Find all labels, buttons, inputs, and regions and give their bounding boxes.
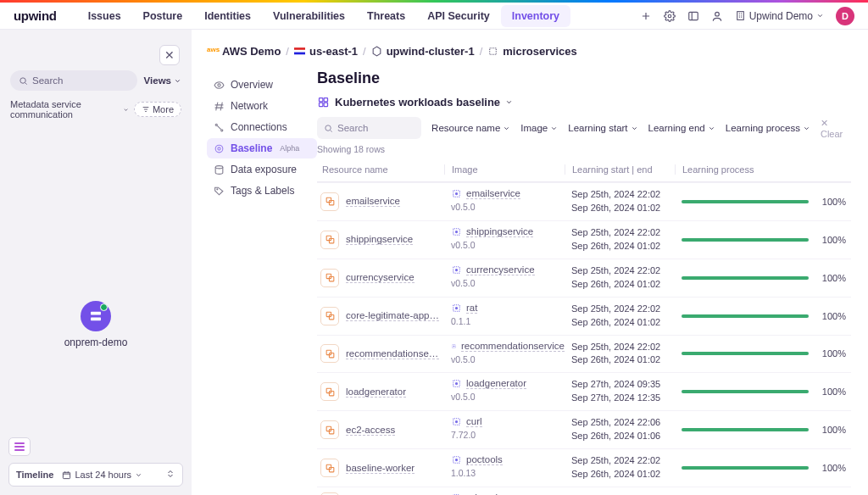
breadcrumb-item[interactable]: upwind-cluster-1 bbox=[371, 45, 475, 58]
sidenav-overview[interactable]: Overview bbox=[207, 75, 317, 95]
plus-icon[interactable] bbox=[640, 10, 652, 22]
time-range[interactable]: Last 24 hours bbox=[62, 470, 142, 480]
tag-icon bbox=[214, 186, 225, 197]
filter-resource-name[interactable]: Resource name bbox=[431, 123, 510, 133]
col-image[interactable]: Image bbox=[444, 164, 565, 175]
collapse-icon[interactable] bbox=[165, 469, 175, 481]
nav-identities[interactable]: Identities bbox=[193, 10, 262, 22]
chevron-down-icon bbox=[505, 98, 513, 106]
svg-rect-8 bbox=[294, 47, 305, 50]
resource-icon bbox=[320, 231, 339, 249]
filter-learning-end[interactable]: Learning end bbox=[648, 123, 715, 133]
table-row[interactable]: loadgeneratorloadgeneratorv0.5.0Sep 27th… bbox=[317, 372, 851, 410]
flag-icon bbox=[294, 46, 306, 58]
svg-rect-21 bbox=[320, 103, 323, 106]
progress-bar bbox=[682, 238, 809, 242]
table-row[interactable]: core-legitimate-applicati...rat0.1.1Sep … bbox=[317, 297, 851, 335]
progress-value: 100% bbox=[817, 348, 846, 359]
sidenav-network[interactable]: Network bbox=[207, 96, 317, 116]
sidenav-data-exposure[interactable]: Data exposure bbox=[207, 159, 317, 180]
breadcrumb-item[interactable]: microservices bbox=[487, 45, 576, 58]
panel-sidenav: OverviewNetworkConnectionsBaselineAlphaD… bbox=[207, 70, 317, 495]
table-row[interactable]: recommendationservicerecommendationservi… bbox=[317, 335, 851, 373]
table-row[interactable]: ec2-accesscurl7.72.0Sep 25th, 2024 22:06… bbox=[317, 410, 851, 448]
resource-link[interactable]: emailservice bbox=[346, 196, 400, 207]
image-link[interactable]: shippingservice bbox=[466, 226, 533, 237]
col-resource[interactable]: Resource name bbox=[317, 164, 444, 175]
page-title: Baseline bbox=[317, 70, 851, 87]
date-range: Sep 25th, 2024 22:02Sep 26th, 2024 01:02 bbox=[565, 226, 675, 253]
hex-icon bbox=[371, 46, 383, 58]
filter-label[interactable]: Metadata service communication bbox=[10, 99, 118, 120]
sidenav-connections[interactable]: Connections bbox=[207, 117, 317, 137]
search-icon bbox=[324, 124, 333, 133]
table-search[interactable]: Search bbox=[317, 117, 421, 139]
resource-link[interactable]: loadgenerator bbox=[346, 387, 406, 398]
nav-issues[interactable]: Issues bbox=[77, 10, 132, 22]
menu-toggle[interactable] bbox=[8, 437, 31, 456]
search-input-ghost[interactable]: Search bbox=[10, 70, 137, 91]
image-link[interactable]: rat bbox=[466, 303, 477, 314]
user-avatar[interactable]: D bbox=[836, 7, 854, 25]
graph-node[interactable]: onprem-demo bbox=[0, 301, 192, 348]
table-row[interactable]: emailserviceemailservicev0.5.0Sep 25th, … bbox=[317, 182, 851, 220]
svg-rect-20 bbox=[324, 98, 327, 102]
baseline-selector[interactable]: Kubernetes workloads baseline bbox=[317, 96, 851, 108]
image-link[interactable]: emailservice bbox=[466, 188, 520, 199]
org-selector[interactable]: Upwind Demo bbox=[735, 10, 824, 22]
resource-icon bbox=[320, 382, 339, 401]
brand-logo[interactable]: upwind bbox=[14, 8, 57, 23]
resource-link[interactable]: baseline-worker bbox=[346, 463, 415, 474]
nav-posture[interactable]: Posture bbox=[132, 10, 194, 22]
k8s-icon bbox=[317, 96, 330, 108]
nav-api-security[interactable]: API Security bbox=[416, 10, 501, 22]
table-row[interactable]: adserviceadserviceSep 25th, 2024 22:0210… bbox=[317, 487, 851, 495]
col-dates[interactable]: Learning start | end bbox=[565, 164, 675, 175]
image-link[interactable]: poctools bbox=[466, 454, 503, 465]
close-button[interactable]: ✕ bbox=[159, 45, 180, 65]
resource-link[interactable]: currencyservice bbox=[346, 272, 415, 283]
more-filters-button[interactable]: More bbox=[134, 102, 181, 117]
filter-image[interactable]: Image bbox=[520, 123, 558, 133]
svg-point-4 bbox=[20, 77, 25, 82]
col-progress[interactable]: Learning process bbox=[675, 164, 851, 175]
svg-rect-19 bbox=[320, 98, 323, 102]
filter-learning-start[interactable]: Learning start bbox=[568, 123, 637, 133]
eye-icon bbox=[214, 80, 225, 91]
table-row[interactable]: baseline-workerpoctools1.0.13Sep 25th, 2… bbox=[317, 448, 851, 487]
timeline-bar: Timeline Last 24 hours bbox=[8, 463, 183, 487]
resource-link[interactable]: shippingservice bbox=[346, 234, 413, 245]
breadcrumb-item[interactable]: awsAWS Demo bbox=[207, 45, 281, 58]
nav-threats[interactable]: Threats bbox=[356, 10, 416, 22]
panel-icon[interactable] bbox=[687, 10, 699, 22]
sidenav-tags---labels[interactable]: Tags & Labels bbox=[207, 181, 317, 201]
progress-value: 100% bbox=[817, 425, 846, 435]
progress-value: 100% bbox=[817, 311, 846, 321]
gear-icon[interactable] bbox=[664, 10, 676, 22]
resource-link[interactable]: recommendationservice bbox=[346, 348, 439, 359]
progress-bar bbox=[682, 352, 809, 355]
sidenav-baseline[interactable]: BaselineAlpha bbox=[207, 138, 317, 159]
filter-learning-process[interactable]: Learning process bbox=[726, 123, 810, 133]
svg-point-0 bbox=[668, 14, 671, 18]
image-link[interactable]: currencyservice bbox=[466, 264, 535, 275]
resource-link[interactable]: core-legitimate-applicati... bbox=[346, 310, 439, 321]
breadcrumb-item[interactable]: us-east-1 bbox=[294, 45, 358, 58]
table-row[interactable]: currencyservicecurrencyservicev0.5.0Sep … bbox=[317, 259, 851, 297]
svg-rect-7 bbox=[64, 472, 70, 478]
image-link[interactable]: curl bbox=[466, 416, 482, 427]
image-link[interactable]: loadgenerator bbox=[466, 378, 526, 389]
svg-rect-3 bbox=[737, 12, 743, 20]
image-link[interactable]: recommendationservice bbox=[461, 341, 565, 352]
table-row[interactable]: shippingserviceshippingservicev0.5.0Sep … bbox=[317, 220, 851, 259]
clear-filters[interactable]: ✕ Clear bbox=[821, 118, 851, 139]
svg-point-47 bbox=[455, 383, 457, 385]
image-tag: v0.5.0 bbox=[451, 354, 565, 364]
resource-link[interactable]: ec2-access bbox=[346, 425, 395, 436]
progress-value: 100% bbox=[817, 273, 846, 283]
person-icon[interactable] bbox=[711, 10, 723, 22]
views-button[interactable]: Views bbox=[144, 75, 181, 86]
nav-inventory[interactable]: Inventory bbox=[501, 5, 570, 27]
nav-vulnerabilities[interactable]: Vulnerabilities bbox=[262, 10, 356, 22]
date-range: Sep 25th, 2024 22:02Sep 26th, 2024 01:02 bbox=[565, 264, 675, 292]
